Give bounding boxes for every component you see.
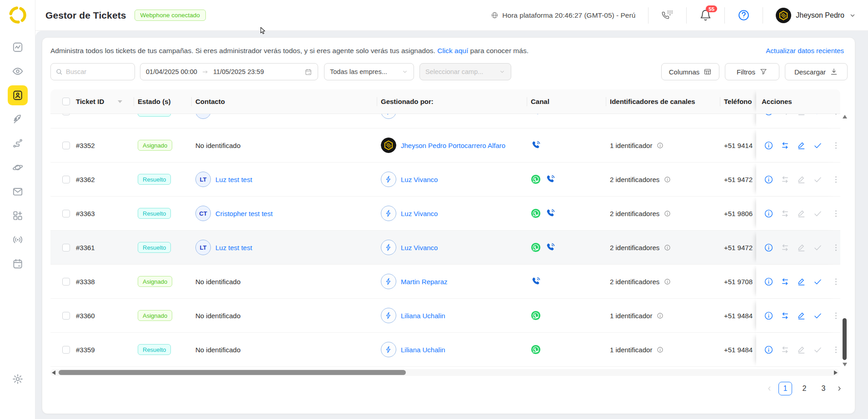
edit-action-button[interactable]	[797, 277, 806, 286]
download-button[interactable]: Descargar	[785, 63, 848, 80]
page-1-button[interactable]: 1	[778, 382, 792, 395]
more-actions-button[interactable]	[831, 243, 840, 252]
webphone-dialpad-button[interactable]	[661, 9, 673, 21]
info-action-button[interactable]	[764, 141, 773, 150]
managed-by-link[interactable]: Liliana Uchalin	[401, 312, 445, 320]
sidebar-item-calendar[interactable]	[8, 254, 28, 274]
sidebar-item-rocket[interactable]	[8, 109, 28, 129]
edit-action-button[interactable]	[797, 209, 806, 218]
row-checkbox[interactable]	[62, 142, 70, 149]
refresh-data-link[interactable]: Actualizar datos recientes	[766, 47, 844, 54]
sidebar-item-broadcast[interactable]	[8, 230, 28, 250]
row-checkbox[interactable]	[62, 244, 70, 251]
edit-action-button[interactable]	[797, 141, 806, 150]
more-actions-button[interactable]	[831, 175, 840, 184]
transfer-action-button[interactable]	[780, 114, 790, 116]
company-select[interactable]: Todas las empres...	[324, 63, 414, 80]
previous-page-button[interactable]	[766, 385, 773, 392]
info-icon[interactable]	[657, 346, 663, 353]
managed-by-link[interactable]: Liliana Uchalin	[401, 346, 445, 354]
page-2-button[interactable]: 2	[798, 382, 811, 395]
scroll-down-arrow[interactable]	[843, 363, 847, 366]
scroll-left-arrow[interactable]	[52, 370, 55, 375]
more-actions-button[interactable]	[831, 345, 840, 355]
info-icon[interactable]	[657, 142, 663, 149]
transfer-action-button[interactable]	[780, 141, 790, 150]
edit-action-button[interactable]	[797, 243, 806, 252]
more-actions-button[interactable]	[831, 311, 840, 320]
info-icon[interactable]	[664, 210, 671, 217]
row-checkbox[interactable]	[62, 210, 70, 217]
horizontal-scroll-thumb[interactable]	[59, 370, 406, 375]
row-checkbox[interactable]	[62, 346, 70, 354]
managed-by-link[interactable]: Luz Vivanco	[401, 210, 438, 217]
more-actions-button[interactable]	[831, 277, 840, 286]
row-checkbox[interactable]	[62, 176, 70, 183]
info-action-button[interactable]	[764, 243, 773, 252]
sidebar-item-planet[interactable]	[8, 158, 28, 177]
resolve-action-button[interactable]	[813, 141, 823, 150]
more-actions-button[interactable]	[831, 141, 840, 150]
vertical-scroll-thumb[interactable]	[843, 318, 847, 360]
transfer-action-button[interactable]	[780, 311, 790, 320]
select-all-checkbox[interactable]	[62, 98, 70, 105]
sidebar-item-eye[interactable]	[8, 61, 28, 81]
info-action-button[interactable]	[764, 209, 773, 218]
managed-by-link[interactable]: Jheyson Pedro Portocarrero Alfaro	[401, 142, 505, 149]
columns-button[interactable]: Columnas	[661, 63, 719, 80]
resolve-action-button[interactable]	[813, 209, 823, 218]
info-action-button[interactable]	[764, 345, 773, 355]
more-actions-button[interactable]	[831, 209, 840, 218]
sort-caret-icon[interactable]	[118, 100, 122, 103]
edit-action-button[interactable]	[797, 175, 806, 184]
notifications-button[interactable]: 55	[699, 9, 712, 21]
help-button[interactable]	[738, 9, 750, 21]
date-range-picker[interactable]: 01/04/2025 00:00 11/05/2025 23:59	[140, 63, 318, 80]
managed-by-link[interactable]: Luz Vivanco	[401, 176, 438, 183]
sidebar-item-route[interactable]	[8, 133, 28, 153]
info-icon[interactable]	[657, 312, 663, 319]
sidebar-item-activity[interactable]	[8, 37, 28, 57]
next-page-button[interactable]	[836, 385, 843, 392]
more-actions-button[interactable]	[831, 114, 840, 116]
search-input[interactable]	[66, 68, 130, 75]
info-action-button[interactable]	[764, 311, 773, 320]
info-icon[interactable]	[664, 176, 671, 183]
transfer-action-button[interactable]	[780, 209, 790, 218]
contact-link[interactable]: Luz test test	[215, 244, 252, 251]
click-here-link[interactable]: Click aquí	[437, 47, 468, 54]
transfer-action-button[interactable]	[780, 243, 790, 252]
edit-action-button[interactable]	[797, 114, 806, 116]
resolve-action-button[interactable]	[813, 345, 823, 355]
info-action-button[interactable]	[764, 175, 773, 184]
sidebar-item-mail[interactable]	[8, 182, 28, 202]
scroll-up-arrow[interactable]	[843, 115, 847, 118]
row-checkbox[interactable]	[62, 312, 70, 320]
sidebar-item-settings[interactable]	[8, 369, 28, 389]
contact-link[interactable]: Cristopher test test	[215, 210, 273, 217]
user-menu[interactable]: Jheyson Pedro	[776, 8, 856, 23]
transfer-action-button[interactable]	[780, 277, 790, 286]
info-icon[interactable]	[664, 278, 671, 285]
info-icon[interactable]	[664, 244, 671, 251]
filters-button[interactable]: Filtros	[725, 63, 779, 80]
edit-action-button[interactable]	[797, 311, 806, 320]
info-action-button[interactable]	[764, 277, 773, 286]
vertical-scrollbar[interactable]	[842, 114, 848, 367]
resolve-action-button[interactable]	[813, 114, 823, 116]
managed-by-link[interactable]: Luz Vivanco	[401, 244, 438, 251]
horizontal-scrollbar[interactable]	[50, 369, 839, 376]
info-action-button[interactable]	[764, 114, 773, 116]
resolve-action-button[interactable]	[813, 243, 823, 252]
resolve-action-button[interactable]	[813, 175, 823, 184]
edit-action-button[interactable]	[797, 345, 806, 355]
sidebar-item-apps-plus[interactable]	[8, 206, 28, 226]
transfer-action-button[interactable]	[780, 175, 790, 184]
page-3-button[interactable]: 3	[817, 382, 830, 395]
sidebar-item-contact-card[interactable]	[8, 85, 28, 105]
row-checkbox[interactable]	[62, 114, 70, 115]
managed-by-link[interactable]: Martin Reparaz	[401, 278, 448, 286]
row-checkbox[interactable]	[62, 278, 70, 286]
contact-link[interactable]: Luz test test	[215, 176, 252, 183]
resolve-action-button[interactable]	[813, 277, 823, 286]
